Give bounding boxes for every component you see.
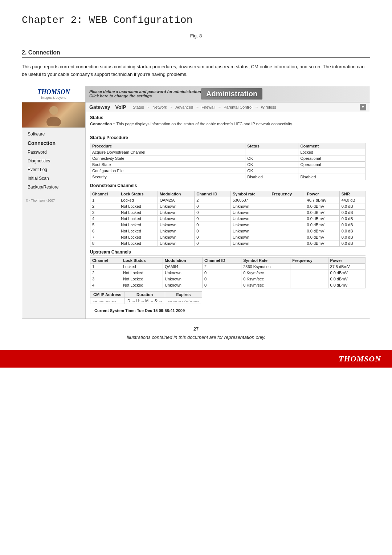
section-desc: This page reports current connection sta… — [22, 63, 370, 78]
downstream-table: Channel Lock Status Modulation Channel I… — [90, 191, 366, 247]
nav-dropdown-button[interactable]: ▼ — [360, 104, 366, 110]
sidebar-image — [22, 102, 85, 128]
table-row: 5Not LockedUnknown0Unknown0.0 dBmV0.0 dB — [90, 222, 366, 228]
thomson-logo: THOMSON — [37, 88, 70, 96]
ip-address-table: CM IP Address Duration Expires --- .--- … — [90, 291, 202, 304]
admin-bar: Please define a username and password fo… — [86, 86, 370, 102]
nav-parental-control[interactable]: Parental Control — [224, 105, 253, 109]
bottom-thomson-logo: THOMSON — [339, 354, 381, 364]
sidebar-item-software[interactable]: Software — [22, 130, 85, 138]
nav-status[interactable]: Status — [133, 105, 144, 109]
system-time: Current System Time: Tue Dec 15 09:58:41… — [90, 305, 366, 316]
sidebar-copyright: © - Thomson - 2007 — [22, 197, 85, 204]
gateway-navbar: Gateway VoIP Status ~ Network ~ Advanced… — [86, 102, 370, 112]
upstream-table: Channel Lock Status Modulation Channel I… — [90, 257, 366, 288]
table-row: 2Not LockedUnknown00 Ksym/sec0.0 dBmV — [90, 270, 366, 276]
admin-alert-line1: Please define a username and password fo… — [89, 89, 201, 94]
page-footer: 27 Illustrations contained in this docum… — [0, 319, 392, 343]
table-row: 7Not LockedUnknown0Unknown0.0 dBmV0.0 dB — [90, 234, 366, 240]
table-row: 2Not LockedUnknown0Unknown0.0 dBmV0.0 dB — [90, 203, 366, 209]
connection-desc: This page displays information on the st… — [117, 122, 293, 126]
page-number: 27 — [0, 326, 392, 332]
downstream-title: Downstream Channels — [90, 183, 366, 189]
status-section: Status Connection :: This page displays … — [86, 112, 370, 129]
status-title: Status — [90, 115, 366, 120]
startup-procedure-table: Procedure Status Comment Acquire Downstr… — [90, 143, 366, 180]
sidebar-item-password[interactable]: Password — [22, 148, 85, 157]
status-desc: Connection :: This page displays informa… — [90, 122, 366, 126]
sidebar-item-eventlog[interactable]: Event Log — [22, 165, 85, 174]
table-row: Configuration File OK — [90, 167, 366, 174]
startup-col-status: Status — [245, 143, 298, 149]
admin-alert-line2: Click here to change the settings — [89, 94, 201, 98]
connection-label: Connection — [90, 122, 112, 126]
tables-section: Startup Procedure Procedure Status Comme… — [86, 129, 370, 319]
svg-point-0 — [49, 106, 58, 115]
sidebar-item-backuprestore[interactable]: Backup/Restore — [22, 183, 85, 191]
nav-advanced[interactable]: Advanced — [175, 105, 193, 109]
browser-window: THOMSON images & beyond Please define a … — [22, 86, 370, 319]
admin-alert-here[interactable]: here — [100, 94, 108, 98]
browser-content: Software Connection Password Diagnostics… — [22, 102, 370, 319]
gateway-label: Gateway — [89, 104, 110, 110]
table-row: 1LockedQAM6422560 Ksym/sec37.5 dBmV — [90, 263, 366, 270]
thomson-logo-area: THOMSON images & beyond — [22, 86, 86, 102]
sidebar-person-icon — [43, 104, 65, 126]
voip-label: VoIP — [115, 104, 126, 110]
upstream-title: Upstream Channels — [90, 250, 366, 256]
sidebar-item-diagnostics[interactable]: Diagnostics — [22, 157, 85, 165]
browser-sidebar: Software Connection Password Diagnostics… — [22, 102, 86, 319]
table-row: 8Not LockedUnknown0Unknown0.0 dBmV0.0 dB — [90, 240, 366, 246]
table-row: 3Not LockedUnknown0Unknown0.0 dBmV0.0 dB — [90, 209, 366, 215]
main-content-area: Gateway VoIP Status ~ Network ~ Advanced… — [86, 102, 370, 319]
table-row: 1LockedQAM2562536053746.7 dBmV44.0 dB — [90, 197, 366, 203]
table-row: Connectivity State OK Operational — [90, 155, 366, 161]
section-heading: 2. Connection — [22, 49, 370, 58]
svg-point-1 — [46, 117, 61, 126]
startup-col-comment: Comment — [298, 143, 366, 149]
table-row: Boot State OK Operational — [90, 161, 366, 167]
admin-alert-text: Please define a username and password fo… — [89, 89, 201, 98]
nav-network[interactable]: Network — [152, 105, 167, 109]
startup-procedure-title: Startup Procedure — [90, 135, 366, 141]
table-row: Acquire Downstream Channel Locked — [90, 149, 366, 155]
admin-label: Administration — [201, 88, 262, 100]
sidebar-item-connection[interactable]: Connection — [22, 138, 85, 148]
table-row: 3Not LockedUnknown00 Ksym/sec0.0 dBmV — [90, 276, 366, 282]
table-row: 6Not LockedUnknown0Unknown0.0 dBmV0.0 dB — [90, 228, 366, 234]
footer-note: Illustrations contained in this document… — [0, 335, 392, 340]
sidebar-item-initialscan[interactable]: Initial Scan — [22, 174, 85, 183]
table-row: Security Disabled Disabled — [90, 174, 366, 180]
nav-wireless[interactable]: Wireless — [261, 105, 276, 109]
sidebar-nav: Software Connection Password Diagnostics… — [22, 128, 85, 193]
table-row: --- .--- .--- .--- D: -- H: -- M: -- S: … — [90, 297, 202, 304]
nav-firewall[interactable]: Firewall — [201, 105, 215, 109]
chapter-title: Chapter 2: WEB Configuration — [22, 15, 370, 26]
bottom-bar: THOMSON — [0, 350, 392, 368]
fig-label: Fig. 8 — [22, 33, 370, 39]
startup-col-procedure: Procedure — [90, 143, 245, 149]
table-row: 4Not LockedUnknown0Unknown0.0 dBmV0.0 dB — [90, 215, 366, 222]
thomson-sub: images & beyond — [41, 96, 66, 100]
page-wrapper: Chapter 2: WEB Configuration Fig. 8 2. C… — [0, 0, 392, 319]
table-row: 4Not LockedUnknown00 Ksym/sec0.0 dBmV — [90, 282, 366, 288]
